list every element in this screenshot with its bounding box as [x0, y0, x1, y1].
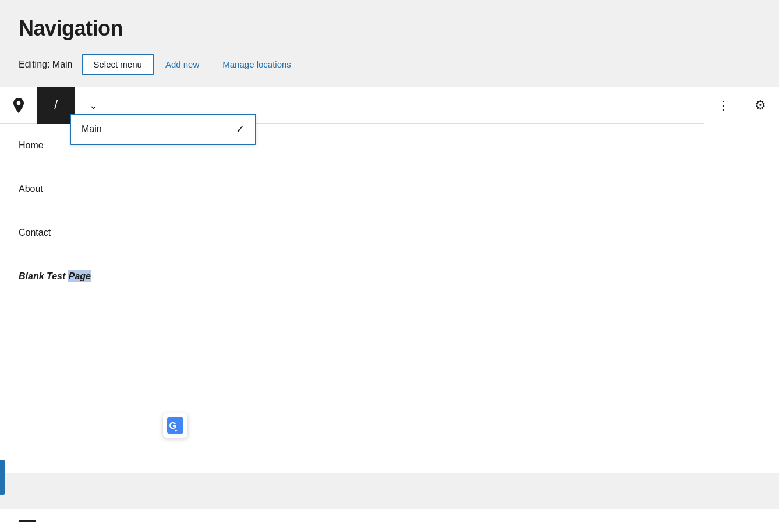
- slash-button[interactable]: /: [37, 87, 75, 124]
- google-translate-icon: G ▸: [163, 413, 187, 438]
- nav-item-label: Contact: [19, 228, 51, 237]
- bottom-dash: [19, 520, 36, 522]
- chevron-down-icon: ⌄: [89, 99, 98, 112]
- dropdown-item-label: Main: [82, 124, 102, 134]
- editing-label: Editing: Main: [19, 59, 73, 70]
- page-title: Navigation: [19, 16, 760, 41]
- toolbar-right-actions: ⋮ ⚙: [704, 87, 779, 124]
- gear-icon: ⚙: [755, 98, 766, 113]
- nav-item-blank-test-page[interactable]: Blank Test Page: [0, 255, 779, 298]
- settings-button[interactable]: ⚙: [742, 87, 779, 124]
- add-new-link[interactable]: Add new: [154, 55, 211, 74]
- dropdown-item-main[interactable]: Main ✓: [71, 115, 255, 144]
- select-menu-button[interactable]: Select menu: [82, 54, 154, 75]
- bottom-bar: [0, 509, 779, 532]
- nav-item-label: About: [19, 184, 43, 194]
- header-actions: Editing: Main Select menu Add new Manage…: [19, 54, 760, 75]
- nav-item-label: Blank Test Page: [19, 270, 91, 282]
- nav-item-label: Home: [19, 140, 44, 150]
- page-header: Navigation Editing: Main Select menu Add…: [0, 0, 779, 87]
- nav-item-contact[interactable]: Contact: [0, 211, 779, 255]
- nav-item-about[interactable]: About: [0, 168, 779, 211]
- more-options-button[interactable]: ⋮: [704, 87, 742, 124]
- manage-locations-link[interactable]: Manage locations: [211, 55, 303, 74]
- select-menu-dropdown: Main ✓: [70, 114, 256, 145]
- main-content: Home About Contact Blank Test Page: [0, 124, 779, 473]
- checkmark-icon: ✓: [236, 123, 245, 136]
- left-accent-bar: [0, 460, 5, 495]
- three-dots-icon: ⋮: [717, 98, 730, 112]
- svg-text:▸: ▸: [175, 427, 178, 433]
- location-pin-icon: [0, 87, 37, 124]
